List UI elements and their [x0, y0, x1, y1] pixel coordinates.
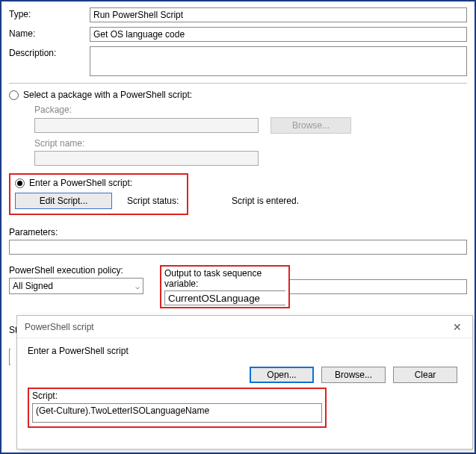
divider	[9, 83, 467, 84]
output-variable-field[interactable]	[164, 290, 285, 305]
output-variable-field-extend[interactable]	[290, 279, 467, 294]
execution-policy-label: PowerShell execution policy:	[9, 265, 143, 276]
edit-script-button[interactable]: Edit Script...	[15, 193, 112, 209]
package-browse-button: Browse...	[271, 117, 351, 134]
type-field	[90, 7, 467, 22]
description-field[interactable]	[90, 46, 467, 76]
close-icon[interactable]: ✕	[448, 320, 466, 335]
enter-script-highlight: Enter a PowerShell script: Edit Script..…	[9, 173, 188, 215]
execution-policy-select[interactable]: All Signed ⌵	[9, 278, 143, 294]
powershell-script-dialog: PowerShell script ✕ Enter a PowerShell s…	[16, 315, 473, 450]
dialog-browse-button[interactable]: Browse...	[321, 367, 386, 383]
script-status-value: Script is entered.	[232, 196, 299, 206]
script-name-field	[34, 151, 259, 166]
truncated-frame	[9, 349, 10, 365]
script-textarea[interactable]	[32, 403, 322, 423]
clear-button[interactable]: Clear	[393, 367, 457, 383]
execution-policy-value: All Signed	[13, 281, 53, 291]
script-status-label: Script status:	[127, 196, 179, 206]
name-field[interactable]	[90, 27, 467, 42]
radio-enter-script-label: Enter a PowerShell script:	[29, 178, 132, 188]
dialog-instruction: Enter a PowerShell script	[28, 346, 462, 356]
chevron-down-icon: ⌵	[135, 282, 140, 290]
script-label: Script:	[32, 391, 322, 401]
script-name-label: Script name:	[34, 138, 467, 149]
description-label: Description:	[9, 46, 90, 58]
parameters-field[interactable]	[9, 240, 467, 255]
radio-select-package-label: Select a package with a PowerShell scrip…	[23, 90, 192, 100]
script-highlight: Script:	[28, 388, 327, 428]
output-variable-label: Output to task sequence variable:	[164, 268, 285, 289]
radio-enter-script[interactable]	[15, 178, 25, 188]
output-variable-highlight: Output to task sequence variable:	[160, 265, 290, 308]
parameters-label: Parameters:	[9, 227, 467, 237]
dialog-title: PowerShell script	[25, 322, 94, 332]
name-label: Name:	[9, 27, 90, 39]
package-label: Package:	[34, 105, 467, 115]
radio-select-package[interactable]	[9, 90, 19, 100]
open-button[interactable]: Open...	[250, 367, 314, 383]
type-label: Type:	[9, 7, 90, 19]
package-field	[34, 118, 259, 133]
